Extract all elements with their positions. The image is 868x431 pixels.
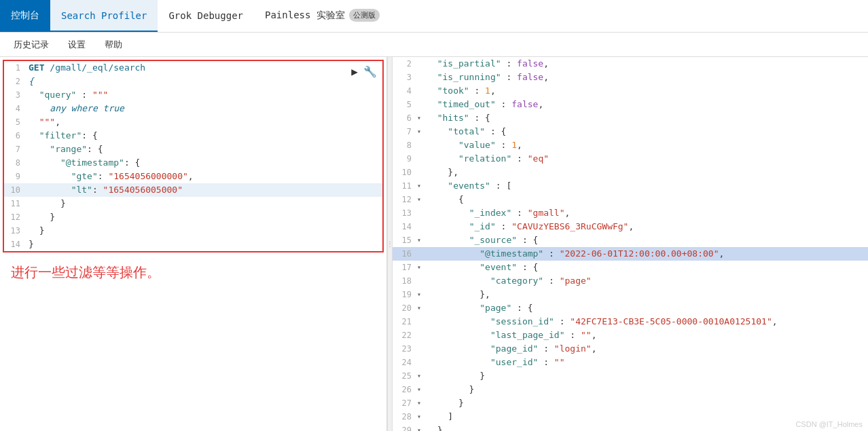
wrench-icon[interactable]: 🔧: [363, 65, 377, 78]
sub-nav-history[interactable]: 历史记录: [5, 36, 57, 54]
tab-painless-lab[interactable]: Painless 实验室 公测版: [254, 0, 391, 32]
code-line-1: 1 GET /gmall/_eql/search: [4, 61, 382, 75]
json-output: 2 "is_partial" : false, 3 "is_running" :…: [393, 57, 868, 431]
json-line-16: 16 "@timestamp" : "2022-06-01T12:00:00.0…: [393, 247, 868, 261]
json-line-26: 26 ▾ }: [393, 383, 868, 396]
json-line-4: 4 "took" : 1,: [393, 84, 868, 98]
panel-divider[interactable]: ⋮: [387, 57, 393, 431]
json-line-2: 2 "is_partial" : false,: [393, 57, 868, 71]
code-line-10: 10 "lt": "1654056005000": [4, 183, 382, 197]
json-line-12: 12 ▾ {: [393, 193, 868, 206]
tab-console-label: 控制台: [11, 10, 39, 22]
tab-search-profiler-label: Search Profiler: [61, 10, 147, 21]
code-line-13: 13 }: [4, 224, 382, 238]
json-line-19: 19 ▾ },: [393, 288, 868, 301]
json-line-11: 11 ▾ "events" : [: [393, 179, 868, 193]
code-line-2: 2 {: [4, 75, 382, 88]
json-line-9: 9 "relation" : "eq": [393, 152, 868, 166]
json-line-3: 3 "is_running" : false,: [393, 71, 868, 84]
tab-search-profiler[interactable]: Search Profiler: [50, 0, 158, 32]
watermark: CSDN @IT_Holmes: [795, 420, 863, 428]
tab-badge: 公测版: [349, 9, 380, 22]
top-nav: 控制台 Search Profiler Grok Debugger Painle…: [0, 0, 868, 33]
json-line-8: 8 "value" : 1,: [393, 138, 868, 152]
code-line-3: 3 "query" : """: [4, 88, 382, 102]
json-line-27: 27 ▾ }: [393, 396, 868, 410]
right-panel: 2 "is_partial" : false, 3 "is_running" :…: [393, 57, 868, 431]
annotation-text: 进行一些过滤等等操作。: [0, 255, 386, 290]
json-line-25: 25 ▾ }: [393, 369, 868, 383]
sub-nav-help[interactable]: 帮助: [96, 36, 130, 54]
json-line-20: 20 ▾ "page" : {: [393, 301, 868, 315]
json-line-15: 15 ▾ "_source" : {: [393, 233, 868, 247]
code-editor[interactable]: ▶ 🔧 1 GET /gmall/_eql/search 2 { 3 "quer…: [0, 57, 386, 431]
tab-grok-debugger[interactable]: Grok Debugger: [158, 0, 254, 32]
json-line-5: 5 "timed_out" : false,: [393, 98, 868, 111]
code-line-7: 7 "range": {: [4, 143, 382, 156]
code-line-14: 14 }: [4, 238, 382, 251]
json-line-17: 17 ▾ "event" : {: [393, 261, 868, 274]
tab-grok-debugger-label: Grok Debugger: [168, 10, 243, 21]
json-line-23: 23 "page_id" : "login",: [393, 342, 868, 356]
json-line-21: 21 "session_id" : "42FC7E13-CB3E-5C05-00…: [393, 315, 868, 329]
json-line-18: 18 "category" : "page": [393, 274, 868, 288]
json-line-24: 24 "user_id" : "": [393, 356, 868, 369]
json-line-10: 10 },: [393, 166, 868, 179]
editor-toolbar: ▶ 🔧: [351, 65, 377, 78]
code-line-5: 5 """,: [4, 115, 382, 129]
tab-painless-lab-label: Painless 实验室: [265, 10, 345, 22]
left-panel: ▶ 🔧 1 GET /gmall/_eql/search 2 { 3 "quer…: [0, 57, 387, 431]
main-content: ▶ 🔧 1 GET /gmall/_eql/search 2 { 3 "quer…: [0, 57, 868, 431]
code-line-12: 12 }: [4, 210, 382, 224]
code-line-9: 9 "gte": "1654056000000",: [4, 170, 382, 183]
sub-nav: 历史记录 设置 帮助: [0, 33, 868, 57]
code-box: ▶ 🔧 1 GET /gmall/_eql/search 2 { 3 "quer…: [3, 60, 384, 252]
json-line-22: 22 "last_page_id" : "",: [393, 329, 868, 342]
run-icon[interactable]: ▶: [351, 65, 358, 78]
json-line-13: 13 "_index" : "gmall",: [393, 206, 868, 220]
tab-console[interactable]: 控制台: [0, 0, 50, 32]
code-line-8: 8 "@timestamp": {: [4, 156, 382, 170]
code-line-11: 11 }: [4, 197, 382, 210]
json-line-6: 6 ▾ "hits" : {: [393, 111, 868, 125]
code-line-6: 6 "filter": {: [4, 129, 382, 143]
sub-nav-settings[interactable]: 设置: [60, 36, 94, 54]
json-line-7: 7 ▾ "total" : {: [393, 125, 868, 138]
json-line-14: 14 "_id" : "CAVUzYEBS6_3RuCGWwFg",: [393, 220, 868, 233]
code-line-4: 4 any where true: [4, 102, 382, 115]
